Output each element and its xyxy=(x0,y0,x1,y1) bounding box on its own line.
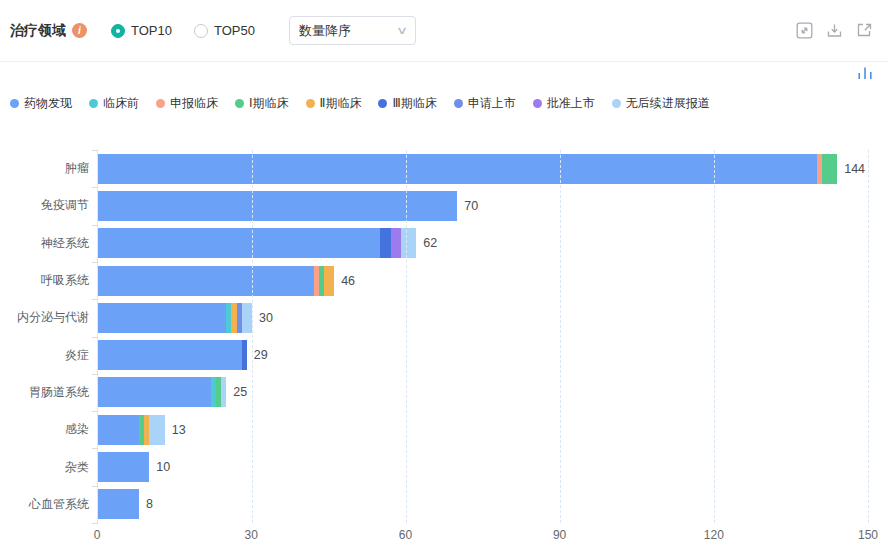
legend-item[interactable]: 申报临床 xyxy=(156,95,218,112)
stacked-bar[interactable] xyxy=(98,489,139,519)
bar-row: 心血管系统8 xyxy=(98,486,868,523)
header-actions xyxy=(796,22,873,39)
radio-top10[interactable]: TOP10 xyxy=(111,23,172,38)
legend-dot xyxy=(89,99,98,108)
bar-value-label: 8 xyxy=(146,497,153,511)
legend-label: 无后续进展报道 xyxy=(626,95,710,112)
bar-segment-Ⅱ期临床[interactable] xyxy=(324,266,334,296)
bar-row: 肿瘤144 xyxy=(98,150,868,187)
x-axis-tick-label: 30 xyxy=(245,528,258,542)
fullscreen-icon[interactable] xyxy=(796,22,813,39)
bar-segment-无后续进展报道[interactable] xyxy=(401,228,416,258)
bar-value-label: 70 xyxy=(464,199,478,213)
bar-segment-药物发现[interactable] xyxy=(98,452,149,482)
top-filter-radio-group: TOP10 TOP50 xyxy=(111,23,255,38)
category-label: 内分泌与代谢 xyxy=(17,309,89,326)
download-icon[interactable] xyxy=(826,22,843,39)
stacked-bar[interactable] xyxy=(98,303,252,333)
legend-item[interactable]: 临床前 xyxy=(89,95,139,112)
category-label: 心血管系统 xyxy=(29,496,89,513)
external-link-icon[interactable] xyxy=(856,22,873,39)
legend-label: 申请上市 xyxy=(468,95,516,112)
legend-label: 申报临床 xyxy=(170,95,218,112)
bar-chart-icon[interactable] xyxy=(857,66,873,80)
bar-segment-Ⅰ期临床[interactable] xyxy=(822,154,837,184)
radio-top10-label: TOP10 xyxy=(131,23,172,38)
bar-segment-药物发现[interactable] xyxy=(98,415,139,445)
legend-item[interactable]: Ⅲ期临床 xyxy=(378,95,436,112)
legend-dot xyxy=(10,99,19,108)
bar-segment-药物发现[interactable] xyxy=(98,377,211,407)
radio-top50[interactable]: TOP50 xyxy=(194,23,255,38)
bar-segment-药物发现[interactable] xyxy=(98,489,139,519)
bar-segment-无后续进展报道[interactable] xyxy=(242,303,252,333)
category-label: 免疫调节 xyxy=(41,197,89,214)
legend-label: 临床前 xyxy=(103,95,139,112)
bar-segment-无后续进展报道[interactable] xyxy=(221,377,226,407)
legend-dot xyxy=(454,99,463,108)
stacked-bar[interactable] xyxy=(98,266,334,296)
y-axis-tick xyxy=(92,486,98,487)
legend-item[interactable]: 申请上市 xyxy=(454,95,516,112)
radio-top50-dot[interactable] xyxy=(194,24,208,38)
bar-value-label: 25 xyxy=(233,385,247,399)
bar-segment-药物发现[interactable] xyxy=(98,303,226,333)
bar-segment-Ⅲ期临床[interactable] xyxy=(242,340,247,370)
bar-value-label: 29 xyxy=(254,348,268,362)
radio-top10-dot[interactable] xyxy=(111,24,125,38)
bar-row: 胃肠道系统25 xyxy=(98,374,868,411)
bar-row: 免疫调节70 xyxy=(98,187,868,224)
stacked-bar[interactable] xyxy=(98,452,149,482)
stacked-bar[interactable] xyxy=(98,154,837,184)
legend-item[interactable]: Ⅱ期临床 xyxy=(306,95,362,112)
y-axis-tick xyxy=(92,411,98,412)
stacked-bar[interactable] xyxy=(98,340,247,370)
plot-area: 肿瘤144免疫调节70神经系统62呼吸系统46内分泌与代谢30炎症29胃肠道系统… xyxy=(97,150,868,523)
y-axis-tick xyxy=(92,299,98,300)
bar-segment-药物发现[interactable] xyxy=(98,340,242,370)
legend-item[interactable]: 药物发现 xyxy=(10,95,72,112)
y-axis-tick xyxy=(92,187,98,188)
y-axis-tick xyxy=(92,337,98,338)
stacked-bar[interactable] xyxy=(98,228,416,258)
legend-item[interactable]: 无后续进展报道 xyxy=(612,95,710,112)
bar-row: 感染13 xyxy=(98,411,868,448)
legend-label: Ⅲ期临床 xyxy=(392,95,436,112)
bar-segment-药物发现[interactable] xyxy=(98,154,817,184)
legend-label: Ⅱ期临床 xyxy=(320,95,362,112)
bar-value-label: 30 xyxy=(259,311,273,325)
legend: 药物发现临床前申报临床Ⅰ期临床Ⅱ期临床Ⅲ期临床申请上市批准上市无后续进展报道 xyxy=(10,95,879,112)
x-axis-tick-label: 90 xyxy=(553,528,566,542)
chevron-down-icon: ∨ xyxy=(396,24,408,37)
y-axis-tick xyxy=(92,523,98,524)
bar-segment-药物发现[interactable] xyxy=(98,228,380,258)
bar-value-label: 62 xyxy=(423,236,437,250)
bar-segment-药物发现[interactable] xyxy=(98,191,457,221)
bar-row: 神经系统62 xyxy=(98,225,868,262)
info-icon[interactable]: i xyxy=(72,23,87,38)
stacked-bar[interactable] xyxy=(98,377,226,407)
bar-segment-批准上市[interactable] xyxy=(391,228,401,258)
legend-dot xyxy=(378,99,387,108)
legend-dot xyxy=(156,99,165,108)
bar-value-label: 13 xyxy=(172,423,186,437)
bar-segment-无后续进展报道[interactable] xyxy=(149,415,164,445)
bar-segment-Ⅲ期临床[interactable] xyxy=(380,228,390,258)
category-label: 呼吸系统 xyxy=(41,272,89,289)
bar-value-label: 10 xyxy=(156,460,170,474)
x-axis-tick-label: 60 xyxy=(399,528,412,542)
legend-dot xyxy=(235,99,244,108)
y-axis-tick xyxy=(92,448,98,449)
stacked-bar[interactable] xyxy=(98,415,165,445)
legend-dot xyxy=(306,99,315,108)
bar-value-label: 46 xyxy=(341,274,355,288)
bar-segment-药物发现[interactable] xyxy=(98,266,314,296)
sort-order-select[interactable]: 数量降序 ∨ xyxy=(289,16,416,45)
category-label: 神经系统 xyxy=(41,235,89,252)
legend-item[interactable]: Ⅰ期临床 xyxy=(235,95,289,112)
bar-row: 杂类10 xyxy=(98,448,868,485)
stacked-bar[interactable] xyxy=(98,191,457,221)
legend-item[interactable]: 批准上市 xyxy=(533,95,595,112)
bar-row: 内分泌与代谢30 xyxy=(98,299,868,336)
category-label: 杂类 xyxy=(65,459,89,476)
